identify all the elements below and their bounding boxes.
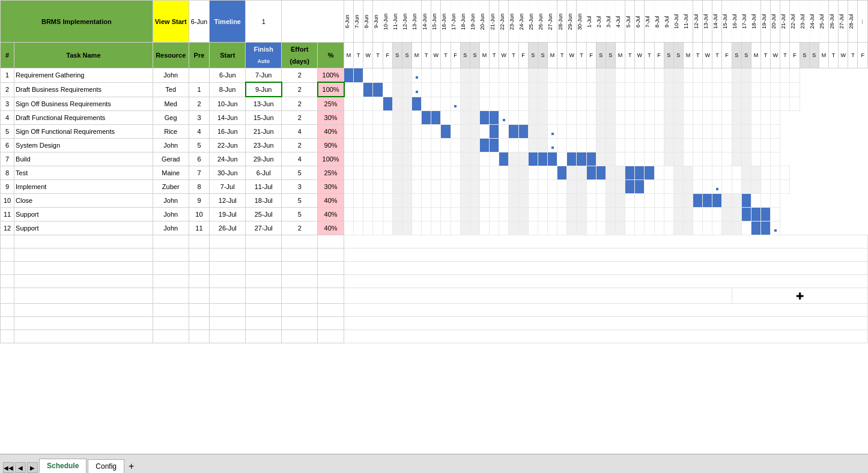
task-1-effort: 2	[282, 68, 318, 83]
scroll-container[interactable]: BRMS Implementation View Start 6-Jun Tim…	[0, 0, 868, 454]
task-5-start: 16-Jun	[210, 125, 246, 139]
date-7jul: 7-Jul	[645, 1, 654, 43]
date-29jul: ...	[858, 1, 868, 43]
task-10-resource: John	[153, 194, 189, 208]
task-9-num: 9	[1, 180, 14, 194]
tab-nav-right[interactable]: ▶	[27, 462, 38, 473]
date-5jul: 5-Jul	[625, 1, 635, 43]
date-24jul: 24-Jul	[809, 1, 819, 43]
dow-22jul: F	[790, 43, 800, 68]
task-1-name: Requirement Gathering	[14, 68, 153, 83]
task-6-start: 22-Jun	[210, 139, 246, 152]
task-1-num: 1	[1, 68, 14, 83]
dow-13jun: M	[411, 43, 421, 68]
date-27jun: 27-Jun	[547, 1, 557, 43]
date-17jun: 17-Jun	[451, 1, 460, 43]
dow-10jun: F	[383, 43, 392, 68]
date-20jul: 20-Jul	[771, 1, 780, 43]
task-4-finish: 15-Jun	[246, 111, 282, 125]
finish-label: Finish	[247, 43, 280, 55]
task-10-pre: 9	[189, 194, 210, 208]
gantt-1-d2	[354, 68, 363, 83]
task-10-pct: 40%	[318, 194, 344, 208]
task-4-start: 14-Jun	[210, 111, 246, 125]
tab-config[interactable]: Config	[88, 459, 124, 473]
project-title: BRMS Implementation	[1, 1, 153, 43]
task-3-resource: Med	[153, 97, 189, 111]
dow-6jun: M	[344, 43, 354, 68]
date-4jul: 4-Jul	[615, 1, 625, 43]
dow-14jul: T	[712, 43, 722, 68]
dow-9jul: S	[664, 43, 673, 68]
timeline-label: Timeline	[210, 1, 246, 43]
task-8-effort: 5	[282, 166, 318, 180]
task-5-pct: 40%	[318, 125, 344, 139]
date-30jun: 30-Jun	[577, 1, 586, 43]
empty-row-13	[1, 235, 868, 249]
tab-add-button[interactable]: +	[125, 460, 138, 473]
task-row-9: 9 Implement Zuber 8 7-Jul 11-Jul 3 30%	[1, 180, 868, 194]
task-8-pre: 7	[189, 166, 210, 180]
dow-27jul: W	[839, 43, 848, 68]
dow-5jul: T	[625, 43, 635, 68]
dow-18jul: M	[751, 43, 760, 68]
task-1-pct: 100%	[318, 68, 344, 83]
empty-row-19	[1, 317, 868, 330]
task-11-pct: 40%	[318, 208, 344, 221]
task-5-effort: 4	[282, 125, 318, 139]
task-11-start: 19-Jul	[210, 208, 246, 221]
date-11jul: 11-Jul	[683, 1, 693, 43]
task-12-start: 26-Jul	[210, 221, 246, 235]
task-5-resource: Rice	[153, 125, 189, 139]
dow-18jun: S	[460, 43, 470, 68]
task-6-finish: 23-Jun	[246, 139, 282, 152]
dow-14jun: T	[422, 43, 431, 68]
task-11-finish: 25-Jul	[246, 208, 282, 221]
date-8jul: 8-Jul	[654, 1, 664, 43]
dow-24jun: F	[518, 43, 528, 68]
dow-7jun: T	[354, 43, 363, 68]
task-12-pct: 40%	[318, 221, 344, 235]
col-header-pre: Pre	[189, 43, 210, 68]
empty-row-18	[1, 304, 868, 317]
tab-nav-left-start[interactable]: ◀◀	[3, 462, 14, 473]
app-container: BRMS Implementation View Start 6-Jun Tim…	[0, 0, 868, 473]
task-12-name: Support	[14, 221, 153, 235]
task-row-2: 2 Draft Business Requirements Ted 1 8-Ju…	[1, 82, 868, 97]
date-12jul: 12-Jul	[693, 1, 703, 43]
empty-row-16	[1, 275, 868, 288]
task-8-pct: 25%	[318, 166, 344, 180]
date-27jul: 27-Jul	[839, 1, 848, 43]
empty-row-14	[1, 249, 868, 262]
task-row-11: 11 Support John 10 19-Jul 25-Jul 5 40%	[1, 208, 868, 221]
dow-3jul: S	[605, 43, 615, 68]
gantt-table: BRMS Implementation View Start 6-Jun Tim…	[0, 0, 868, 343]
date-25jul: 25-Jul	[819, 1, 828, 43]
task-2-resource: Ted	[153, 82, 189, 97]
dow-16jul: S	[732, 43, 741, 68]
task-4-resource: Geg	[153, 111, 189, 125]
header-row-1: BRMS Implementation View Start 6-Jun Tim…	[1, 1, 868, 43]
dow-28jul: T	[848, 43, 858, 68]
date-20jun: 20-Jun	[479, 1, 489, 43]
tab-nav-left[interactable]: ◀	[15, 462, 26, 473]
date-26jul: 26-Jul	[829, 1, 839, 43]
task-row-8: 8 Test Maine 7 30-Jun 6-Jul 5 25%	[1, 166, 868, 180]
task-11-effort: 5	[282, 208, 318, 221]
task-3-start: 10-Jun	[210, 97, 246, 111]
task-7-start: 24-Jun	[210, 152, 246, 166]
task-8-start: 30-Jun	[210, 166, 246, 180]
dow-25jul: M	[819, 43, 828, 68]
task-10-start: 12-Jul	[210, 194, 246, 208]
task-12-effort: 2	[282, 221, 318, 235]
task-3-name: Sign Off Business Requirements	[14, 97, 153, 111]
dow-19jun: S	[470, 43, 479, 68]
date-23jun: 23-Jun	[509, 1, 518, 43]
column-header-row: # Task Name Resource Pre Start Finish Au…	[1, 43, 868, 68]
date-25jun: 25-Jun	[528, 1, 538, 43]
dow-17jun: F	[451, 43, 460, 68]
tab-schedule[interactable]: Schedule	[39, 459, 86, 473]
empty-row-17: ✚	[1, 288, 868, 304]
dow-26jul: T	[829, 43, 839, 68]
date-22jul: 22-Jul	[790, 1, 800, 43]
